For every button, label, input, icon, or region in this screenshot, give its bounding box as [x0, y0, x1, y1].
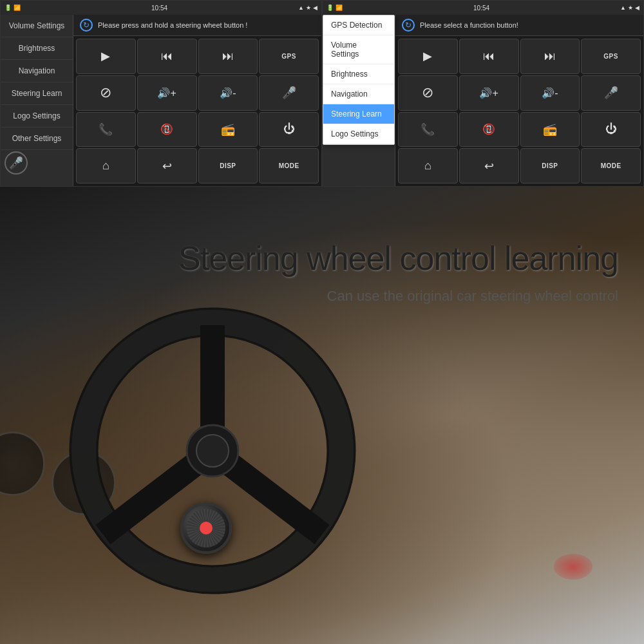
right-content-header: ↻ Please select a function button! — [395, 15, 643, 36]
mic-grid-button[interactable]: 🎤 — [259, 75, 319, 111]
left-main-content: ↻ Please press and hold a steering wheet… — [73, 15, 321, 186]
r-up-arrow-icon: ▲ — [620, 5, 626, 11]
r-mic-grid-button[interactable]: 🎤 — [581, 75, 641, 111]
right-screen-panel: 🔋 📶 10:54 ▲ ★ ◀ GPS Detection Volume Set… — [322, 0, 644, 187]
sidebar-item-navigation[interactable]: Navigation — [1, 60, 73, 82]
r-mode-button[interactable]: MODE — [581, 148, 641, 184]
r-end-call-button[interactable]: 📵 — [459, 112, 519, 147]
r-vol-up-button[interactable]: 🔊+ — [459, 75, 519, 111]
home-button[interactable]: ⌂ — [76, 148, 136, 184]
phone-button[interactable]: 📞 — [76, 112, 136, 147]
r-play-button[interactable]: ▶ — [398, 39, 458, 74]
right-status-left-icons: 🔋 📶 — [327, 5, 343, 11]
dropdown-volume-settings[interactable]: Volume Settings — [323, 35, 394, 64]
vol-up-button[interactable]: 🔊+ — [137, 75, 197, 111]
sidebar-item-steering-learn[interactable]: Steering Learn — [1, 82, 73, 105]
sidebar-item-brightness[interactable]: Brightness — [1, 37, 73, 60]
left-time: 10:54 — [151, 5, 167, 12]
sub-title: Can use the original car steering wheel … — [178, 288, 618, 305]
gps-button[interactable]: GPS — [259, 39, 319, 74]
r-prev-button[interactable]: ⏮ — [459, 39, 519, 74]
left-content-header: ↻ Please press and hold a steering wheet… — [73, 15, 321, 36]
battery-icon: 🔋 — [5, 5, 12, 11]
steering-wheel — [52, 290, 374, 612]
left-status-bar: 🔋 📶 10:54 ▲ ★ ◀ — [1, 1, 321, 15]
gauge-left — [0, 431, 45, 496]
left-status-right-icons: ▲ ★ ◀ — [298, 5, 317, 11]
left-header-text: Please press and hold a steering wheet b… — [98, 21, 247, 29]
disp-button[interactable]: DISP — [198, 148, 258, 184]
r-back-button[interactable]: ↩ — [459, 148, 519, 184]
play-button[interactable]: ▶ — [76, 39, 136, 74]
r-next-button[interactable]: ⏭ — [520, 39, 580, 74]
r-power-button[interactable]: ⏻ — [581, 112, 641, 147]
left-button-grid: ▶ ⏮ ⏭ GPS ⊘ 🔊+ 🔊- 🎤 📞 📵 📻 ⏻ ⌂ ↩ DISP MOD… — [73, 36, 321, 186]
svg-point-6 — [196, 435, 229, 467]
r-battery-icon: 🔋 — [327, 5, 334, 11]
left-screen-panel: 🔋 📶 10:54 ▲ ★ ◀ Volume Settings Brightne… — [0, 0, 322, 187]
power-button[interactable]: ⏻ — [259, 112, 319, 147]
r-signal-icon: 📶 — [336, 5, 343, 11]
left-sidebar: Volume Settings Brightness Navigation St… — [1, 15, 73, 186]
next-button[interactable]: ⏭ — [198, 39, 258, 74]
mic-button[interactable]: 🎤 — [5, 151, 28, 175]
r-disp-button[interactable]: DISP — [520, 148, 580, 184]
right-main-content: ↻ Please select a function button! ▶ ⏮ ⏭… — [395, 15, 643, 186]
mode-button[interactable]: MODE — [259, 148, 319, 184]
left-status-left-icons: 🔋 📶 — [5, 5, 21, 11]
back-button[interactable]: ↩ — [137, 148, 197, 184]
r-phone-button[interactable]: 📞 — [398, 112, 458, 147]
dropdown-gps-detection[interactable]: GPS Detection — [323, 15, 394, 35]
r-star-icon: ★ — [628, 5, 633, 11]
signal-icon: 📶 — [14, 5, 21, 11]
r-radio-button[interactable]: 📻 — [520, 112, 580, 147]
dropdown-navigation[interactable]: Navigation — [323, 84, 394, 104]
bottom-section: Steering wheel control learning Can use … — [0, 187, 644, 644]
r-refresh-icon[interactable]: ↻ — [402, 19, 415, 32]
right-button-grid: ▶ ⏮ ⏭ GPS ⊘ 🔊+ 🔊- 🎤 📞 📵 📻 ⏻ ⌂ ↩ DISP MOD… — [395, 36, 643, 186]
sidebar-item-volume-settings[interactable]: Volume Settings — [1, 15, 73, 37]
r-no-entry-button[interactable]: ⊘ — [398, 75, 458, 111]
red-accent-light — [554, 554, 592, 580]
sidebar-item-logo-settings[interactable]: Logo Settings — [1, 105, 73, 128]
dropdown-steering-learn[interactable]: Steering Learn — [323, 104, 394, 124]
prev-button[interactable]: ⏮ — [137, 39, 197, 74]
end-call-button[interactable]: 📵 — [137, 112, 197, 147]
right-status-bar: 🔋 📶 10:54 ▲ ★ ◀ — [323, 1, 643, 15]
back-icon: ◀ — [313, 5, 317, 11]
vol-down-button[interactable]: 🔊- — [198, 75, 258, 111]
right-header-text: Please select a function button! — [420, 21, 518, 29]
dial-knob — [180, 502, 232, 554]
radio-button[interactable]: 📻 — [198, 112, 258, 147]
main-title: Steering wheel control learning — [178, 238, 618, 278]
dial-center-dot — [200, 522, 213, 535]
star-icon: ★ — [306, 5, 311, 11]
r-home-button[interactable]: ⌂ — [398, 148, 458, 184]
right-status-right-icons: ▲ ★ ◀ — [620, 5, 639, 11]
refresh-icon[interactable]: ↻ — [80, 19, 93, 32]
steering-wheel-svg — [52, 290, 374, 612]
r-vol-down-button[interactable]: 🔊- — [520, 75, 580, 111]
up-arrow-icon: ▲ — [298, 5, 304, 11]
no-entry-button[interactable]: ⊘ — [76, 75, 136, 111]
text-overlay: Steering wheel control learning Can use … — [166, 225, 631, 317]
sidebar-item-other-settings[interactable]: Other Settings — [1, 128, 73, 150]
r-gps-button[interactable]: GPS — [581, 39, 641, 74]
dropdown-brightness[interactable]: Brightness — [323, 64, 394, 84]
dropdown-logo-settings[interactable]: Logo Settings — [323, 124, 394, 144]
top-section: 🔋 📶 10:54 ▲ ★ ◀ Volume Settings Brightne… — [0, 0, 644, 187]
r-back-icon: ◀ — [635, 5, 639, 11]
right-sidebar-dropdown: GPS Detection Volume Settings Brightness… — [323, 15, 395, 145]
right-time: 10:54 — [473, 5, 489, 12]
right-sidebar: GPS Detection Volume Settings Brightness… — [323, 15, 395, 186]
